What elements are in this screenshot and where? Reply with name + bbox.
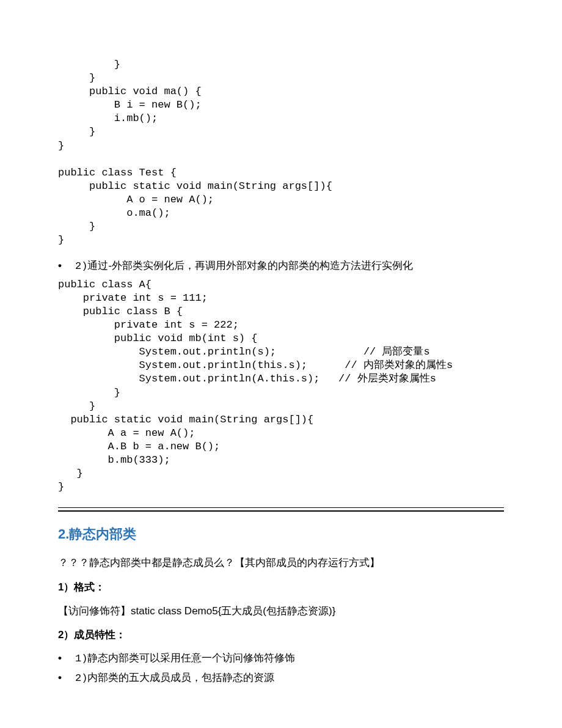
bullet-item-3: • 2)内部类的五大成员成员，包括静态的资源 [58,670,504,686]
section-title: 2.静态内部类 [58,525,504,543]
bullet-item-1: • 2)通过-外部类实例化后，再调用外部对象的内部类的构造方法进行实例化 [58,258,504,274]
paragraph-format-body: 【访问修饰符】static class Demo5{五大成员(包括静态资源)} [58,603,504,619]
bullet-dot: • [58,650,75,667]
bullet-text: 1)静态内部类可以采用任意一个访问修饰符修饰 [75,650,504,667]
code-block-2: public class A{ private int s = 111; pub… [58,278,504,495]
paragraph-question: ？？？静态内部类中都是静态成员么？【其内部成员的内存运行方式】 [58,554,504,571]
bullet-text: 2)内部类的五大成员成员，包括静态的资源 [75,670,504,686]
bullet-dot: • [58,670,75,686]
code-block-1: } } public void ma() { B i = new B(); i.… [58,58,504,247]
bullet-text: 2)通过-外部类实例化后，再调用外部对象的内部类的构造方法进行实例化 [75,258,504,274]
section-divider [58,507,504,512]
subhead-format: 1）格式： [58,580,504,594]
bullet-dot: • [58,258,75,274]
bullet-item-2: • 1)静态内部类可以采用任意一个访问修饰符修饰 [58,650,504,667]
subhead-member-traits: 2）成员特性： [58,628,504,642]
